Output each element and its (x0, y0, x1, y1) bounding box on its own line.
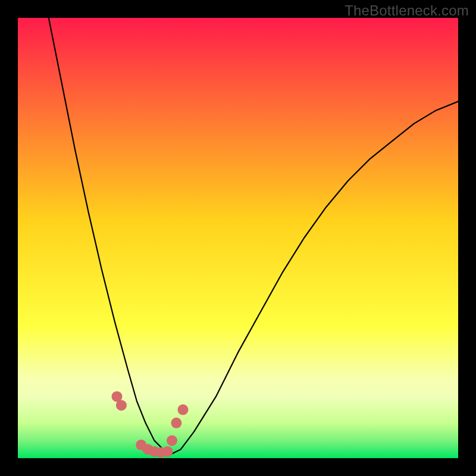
plot-area (18, 18, 458, 458)
marker-point (116, 400, 127, 411)
marker-point (167, 435, 177, 446)
chart-frame: TheBottleneck.com (0, 0, 476, 476)
bottleneck-chart (18, 18, 458, 458)
watermark-text: TheBottleneck.com (345, 2, 469, 19)
marker-point (171, 418, 181, 428)
marker-point (178, 405, 189, 415)
marker-point (162, 446, 173, 457)
gradient-background (18, 18, 458, 458)
